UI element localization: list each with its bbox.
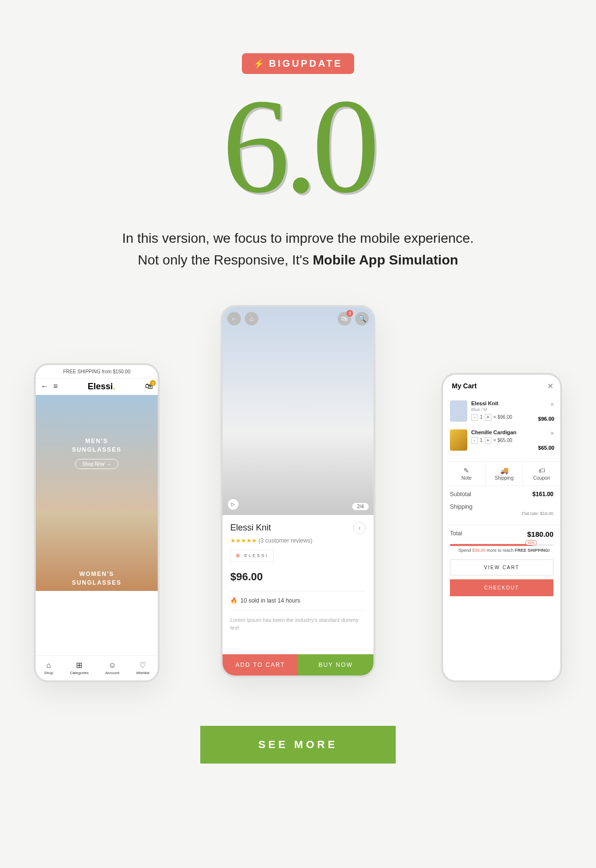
hero-mens[interactable]: MEN'S SUNGLASSES Shop Now→ [36,395,158,511]
nav-shop[interactable]: ⌂Shop [44,661,53,675]
hero-title: MEN'S SUNGLASSES [72,437,122,454]
view-cart-button[interactable]: VIEW CART [450,559,553,575]
product-description: Lorem Ipsum has been the industry's stan… [230,616,366,632]
qty-plus-button[interactable]: + [485,437,492,444]
cart-item: Elessi Knit Blue / M - 1 + × $96.00 ✕ $9… [448,397,560,427]
item-name: Chenille Cardigan [471,429,554,435]
shop-icon: ⌂ [46,661,51,670]
add-to-cart-button[interactable]: ADD TO CART [223,654,298,676]
item-thumbnail[interactable] [450,429,467,451]
description: In this version, we focus to improve the… [122,228,474,271]
cart-utilities: ✎Note 🚚Shipping 🏷Coupon [448,461,560,486]
item-thumbnail[interactable] [450,400,467,422]
item-variant: Blue / M [471,407,554,412]
coupon-button[interactable]: 🏷Coupon [523,462,560,485]
qty-minus-button[interactable]: - [471,414,478,421]
menu-icon[interactable]: ≡ [53,382,58,391]
unit-price: × $96.00 [493,414,512,420]
shipping-button[interactable]: 🚚Shipping [486,462,523,485]
back-icon[interactable]: ← [41,382,48,391]
version-number: 6.0 [222,88,374,204]
brand-logo: Elessi. [88,382,115,392]
badge-text: BIGUPDATE [269,58,343,69]
note-icon: ✎ [448,467,485,474]
nav-wishlist[interactable]: ♡Wishlist [136,661,149,675]
shop-header: ← ≡ Elessi. 🛍3 [36,378,158,395]
flat-rate: Flat rate: $19.00 [448,511,560,521]
product-title: Elessi Knit [230,523,271,533]
shop-now-button[interactable]: Shop Now→ [75,459,119,469]
phone-mockup-product: ← ⌂ 🛍3 🔍 ▷ 2/4 Elessi Knit ‹ ★★★★★ (3 cu… [221,305,375,677]
qty-value: 1 [480,438,483,443]
search-icon[interactable]: 🔍 [355,312,369,325]
shipping-row: Shipping [448,499,560,511]
heart-icon: ♡ [139,661,146,670]
unit-price: × $65.00 [493,438,512,443]
link-icon: ✻ [236,553,241,559]
hero2-title: WOMEN'S SUNGLASSES [72,570,122,587]
see-more-button[interactable]: SEE MORE [200,726,396,764]
total-row: Total $180.00 [448,525,560,539]
bag-icon[interactable]: 🛍3 [145,382,153,391]
buy-now-button[interactable]: BUY NOW [298,654,373,676]
remove-item-icon[interactable]: ✕ [550,430,554,437]
truck-icon: 🚚 [486,467,523,474]
subtotal-row: Subtotal $161.00 [448,486,560,499]
back-icon[interactable]: ← [227,312,241,325]
qty-plus-button[interactable]: + [485,414,492,421]
bottom-nav: ⌂Shop ⊞Categories ☺Account ♡Wishlist [36,655,158,680]
phone-mockup-shop: FREE SHIPPING from $150.00 ← ≡ Elessi. 🛍… [34,363,160,682]
cart-title: My Cart [452,382,477,390]
item-name: Elessi Knit [471,400,554,406]
cart-icon[interactable]: 🛍3 [338,312,351,325]
sold-row: 🔥 10 sold in last 14 hours [230,591,366,610]
desc-line-1: In this version, we focus to improve the… [122,228,474,250]
fire-icon: 🔥 [230,597,238,604]
nav-account[interactable]: ☺Account [105,661,119,675]
free-shipping-message: Spend $39.00 more to reach FREE SHIPPING… [448,548,560,553]
nav-categories[interactable]: ⊞Categories [70,661,89,675]
close-icon[interactable]: ✕ [547,382,553,391]
cart-count: 3 [346,310,353,317]
account-icon: ☺ [108,661,116,670]
line-price: $65.00 [538,445,554,451]
tag-icon: 🏷 [523,467,560,474]
note-button[interactable]: ✎Note [448,462,486,485]
phone-mockup-cart: My Cart ✕ Elessi Knit Blue / M - 1 + × $… [441,373,562,682]
progress-badge: 80% [525,540,537,545]
bag-count: 3 [150,380,156,386]
arrow-right-icon: → [106,461,111,467]
remove-item-icon[interactable]: ✕ [550,401,554,408]
qty-minus-button[interactable]: - [471,437,478,444]
product-price: $96.00 [230,571,366,583]
play-icon[interactable]: ▷ [227,499,239,510]
line-price: $96.00 [538,416,554,422]
hero-womens[interactable]: WOMEN'S SUNGLASSES [36,511,158,591]
reviews-count: (3 customer reviews) [258,537,312,544]
categories-icon: ⊞ [76,661,82,670]
prev-product-button[interactable]: ‹ [353,522,366,534]
rating-stars: ★★★★★ (3 customer reviews) [230,537,366,544]
store-icon[interactable]: ⌂ [245,312,258,325]
promo-bar: FREE SHIPPING from $150.00 [36,365,158,378]
desc-line-2: Not only the Responsive, It's Mobile App… [122,250,474,271]
free-shipping-progress: 80% [450,544,553,546]
bolt-icon: ⚡ [253,59,266,69]
brand-pill[interactable]: ✻ELESSI [230,550,274,562]
image-pager: 2/4 [352,503,369,510]
product-image[interactable]: ▷ 2/4 [223,307,373,515]
cart-item: Chenille Cardigan - 1 + × $65.00 ✕ $65.0… [448,427,560,456]
checkout-button[interactable]: CHECKOUT [450,579,553,596]
qty-value: 1 [480,414,483,420]
